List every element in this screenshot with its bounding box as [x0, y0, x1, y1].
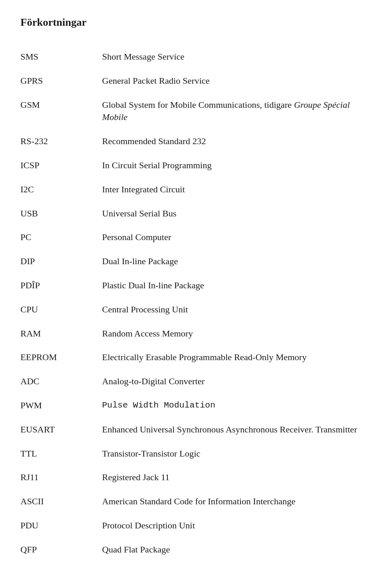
- abbreviation-term: USB: [20, 202, 102, 226]
- list-item: DIPDual In-line Package: [20, 249, 372, 274]
- list-item: RJ11Registered Jack 11: [20, 466, 372, 490]
- abbreviation-term: ICSP: [20, 154, 102, 178]
- abbreviation-definition: Analog-to-Digital Converter: [102, 370, 372, 394]
- abbreviation-definition: General Packet Radio Service: [102, 69, 372, 93]
- list-item: EEPROMElectrically Erasable Programmable…: [20, 345, 372, 370]
- abbreviation-definition: Quad Flat Package: [102, 538, 372, 562]
- abbreviation-term: I2C: [20, 178, 102, 202]
- abbreviation-term: ADC: [20, 370, 102, 394]
- abbreviation-term: PWM: [20, 394, 102, 418]
- abbreviation-term: GPRS: [20, 69, 102, 93]
- abbreviation-definition: Enhanced Universal Synchronous Asynchron…: [102, 418, 372, 442]
- abbreviation-definition: Electrically Erasable Programmable Read-…: [102, 345, 372, 370]
- abbreviation-definition: Universal Serial Bus: [102, 202, 372, 226]
- abbreviation-definition: Protocol Description Unit: [102, 514, 372, 538]
- list-item: RAMRandom Access Memory: [20, 322, 372, 346]
- abbreviation-term: RS-232: [20, 129, 102, 154]
- abbreviation-term: QFP: [20, 538, 102, 562]
- list-item: PWMPulse Width Modulation: [20, 394, 372, 418]
- abbreviation-term: DIP: [20, 249, 102, 274]
- abbreviation-term: SMS: [20, 45, 102, 69]
- abbreviation-term: RAM: [20, 322, 102, 346]
- page-title: Förkortningar: [20, 16, 372, 29]
- abbreviation-term: ASCII: [20, 490, 102, 514]
- abbreviation-term: PDU: [20, 514, 102, 538]
- list-item: USBUniversal Serial Bus: [20, 202, 372, 226]
- abbreviation-definition: Dual In-line Package: [102, 249, 372, 274]
- abbreviation-term: PDÎP: [20, 274, 102, 298]
- list-item: PCPersonal Computer: [20, 225, 372, 249]
- abbreviation-definition: Inter Integrated Circuit: [102, 178, 372, 202]
- abbreviation-term: CPU: [20, 298, 102, 322]
- abbreviation-term: RJ11: [20, 466, 102, 490]
- abbreviation-definition: American Standard Code for Information I…: [102, 490, 372, 514]
- abbreviation-definition: Central Processing Unit: [102, 298, 372, 322]
- list-item: RS-232Recommended Standard 232: [20, 129, 372, 154]
- abbreviation-definition: Registered Jack 11: [102, 466, 372, 490]
- list-item: GSMGlobal System for Mobile Communicatio…: [20, 93, 372, 130]
- abbreviation-term: PC: [20, 225, 102, 249]
- abbreviation-definition: In Circuit Serial Programming: [102, 154, 372, 178]
- abbreviation-term: EEPROM: [20, 345, 102, 370]
- abbreviation-definition: Recommended Standard 232: [102, 129, 372, 154]
- list-item: SMSShort Message Service: [20, 45, 372, 69]
- abbreviation-term: TTL: [20, 442, 102, 466]
- list-item: I2CInter Integrated Circuit: [20, 178, 372, 202]
- list-item: QFPQuad Flat Package: [20, 538, 372, 562]
- list-item: CPUCentral Processing Unit: [20, 298, 372, 322]
- abbreviation-definition: Pulse Width Modulation: [102, 394, 372, 418]
- list-item: TTLTransistor-Transistor Logic: [20, 442, 372, 466]
- abbreviation-definition: Transistor-Transistor Logic: [102, 442, 372, 466]
- abbreviation-definition: Random Access Memory: [102, 322, 372, 346]
- abbreviation-definition: Personal Computer: [102, 225, 372, 249]
- list-item: ASCIIAmerican Standard Code for Informat…: [20, 490, 372, 514]
- list-item: PDÎPPlastic Dual In-line Package: [20, 274, 372, 298]
- list-item: EUSARTEnhanced Universal Synchronous Asy…: [20, 418, 372, 442]
- list-item: GPRSGeneral Packet Radio Service: [20, 69, 372, 93]
- abbreviations-table: SMSShort Message ServiceGPRSGeneral Pack…: [20, 45, 372, 562]
- list-item: ADCAnalog-to-Digital Converter: [20, 370, 372, 394]
- abbreviation-definition: Plastic Dual In-line Package: [102, 274, 372, 298]
- abbreviation-definition: Global System for Mobile Communications,…: [102, 93, 372, 130]
- abbreviation-definition: Short Message Service: [102, 45, 372, 69]
- abbreviation-term: GSM: [20, 93, 102, 130]
- list-item: PDUProtocol Description Unit: [20, 514, 372, 538]
- list-item: ICSPIn Circuit Serial Programming: [20, 154, 372, 178]
- abbreviation-term: EUSART: [20, 418, 102, 442]
